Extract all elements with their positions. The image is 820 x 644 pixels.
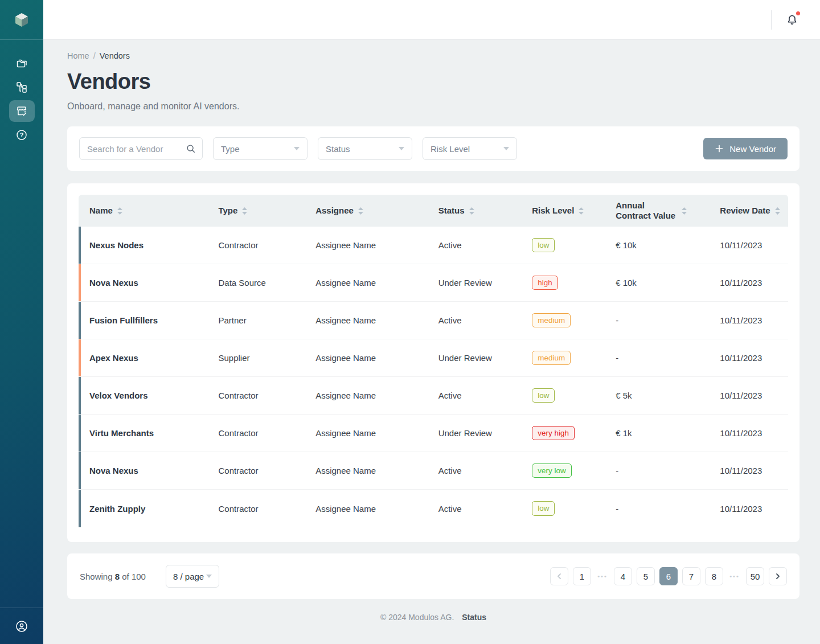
table-row[interactable]: Fusion Fullfillers Partner Assignee Name… xyxy=(79,302,788,339)
column-header-risk-level[interactable]: Risk Level xyxy=(532,206,616,216)
vendor-assignee-cell: Assignee Name xyxy=(315,466,438,475)
vendor-risk-cell: low xyxy=(532,238,616,253)
sort-icon[interactable] xyxy=(242,207,247,215)
vendor-acv-cell: € 5k xyxy=(616,391,720,400)
sort-icon[interactable] xyxy=(469,207,474,215)
vendor-name-cell[interactable]: Virtu Merchants xyxy=(79,428,218,438)
sidebar-nav: ? xyxy=(9,52,35,146)
vendor-table-card: Name Type Assignee Status Risk Level Ann… xyxy=(67,183,800,542)
new-vendor-button[interactable]: New Vendor xyxy=(703,138,788,159)
pagination-ellipsis: ••• xyxy=(728,567,741,585)
vendor-name-cell[interactable]: Apex Nexus xyxy=(79,353,218,363)
vendor-name-cell[interactable]: Fusion Fullfillers xyxy=(79,315,218,325)
vendor-search xyxy=(79,137,203,160)
vendor-risk-cell: high xyxy=(532,276,616,290)
pagination-bar: Showing 8 of 100 8 / page 1•••45678•••50 xyxy=(67,553,800,599)
sort-icon[interactable] xyxy=(579,207,584,215)
pagination-page-1[interactable]: 1 xyxy=(573,567,591,585)
table-row[interactable]: Apex Nexus Supplier Assignee Name Under … xyxy=(79,339,788,377)
table-row[interactable]: Zenith Zupply Contractor Assignee Name A… xyxy=(79,490,788,527)
page-subtitle: Onboard, manage and monitor AI vendors. xyxy=(67,101,800,112)
vendor-name-cell[interactable]: Velox Vendors xyxy=(79,391,218,400)
column-header-assignee[interactable]: Assignee xyxy=(315,206,438,216)
vendor-acv-cell: € 10k xyxy=(616,278,720,288)
chevron-left-icon xyxy=(556,573,563,580)
showing-count: 8 xyxy=(115,572,120,581)
vendor-assignee-cell: Assignee Name xyxy=(315,278,438,288)
workflow-icon xyxy=(15,81,28,93)
vendor-assignee-cell: Assignee Name xyxy=(315,240,438,250)
row-accent-bar xyxy=(79,227,81,264)
chevron-down-icon xyxy=(399,147,404,150)
pagination-page-8[interactable]: 8 xyxy=(705,567,723,585)
row-accent-bar xyxy=(79,490,81,527)
row-accent-bar xyxy=(79,452,81,489)
pagination-page-7[interactable]: 7 xyxy=(682,567,700,585)
status-filter-select[interactable]: Status xyxy=(318,137,412,160)
vendor-review-date-cell: 10/11/2023 xyxy=(720,240,788,250)
filter-bar: Type Status Risk Level New Vendor xyxy=(67,126,800,171)
risk-badge: very low xyxy=(532,463,572,478)
row-accent-bar xyxy=(79,302,81,339)
breadcrumb-home-link[interactable]: Home xyxy=(67,51,89,60)
sort-icon[interactable] xyxy=(682,207,687,215)
sort-icon[interactable] xyxy=(358,207,363,215)
vendor-name-cell[interactable]: Nova Nexus xyxy=(79,278,218,288)
notifications-button[interactable] xyxy=(784,11,801,28)
table-row[interactable]: Nova Nexus Data Source Assignee Name Und… xyxy=(79,264,788,302)
sidebar-item-vendors[interactable] xyxy=(9,100,35,122)
table-row[interactable]: Nexus Nodes Contractor Assignee Name Act… xyxy=(79,227,788,264)
type-filter-select[interactable]: Type xyxy=(213,137,308,160)
table-row[interactable]: Virtu Merchants Contractor Assignee Name… xyxy=(79,415,788,452)
risk-badge: low xyxy=(532,238,555,253)
topbar xyxy=(43,0,820,40)
sort-icon[interactable] xyxy=(117,207,122,215)
previous-page-button[interactable] xyxy=(550,567,568,585)
risk-filter-select[interactable]: Risk Level xyxy=(423,137,517,160)
search-input[interactable] xyxy=(79,137,203,160)
column-header-annual-contract-value[interactable]: Annual Contract Value xyxy=(616,200,720,221)
vendor-acv-cell: - xyxy=(616,315,720,325)
chevron-down-icon xyxy=(503,147,509,150)
page-size-label: 8 / page xyxy=(173,572,204,581)
topbar-divider xyxy=(771,10,772,30)
column-header-review-date[interactable]: Review Date xyxy=(720,206,788,216)
sidebar-item-help[interactable]: ? xyxy=(9,124,35,146)
next-page-button[interactable] xyxy=(769,567,787,585)
sidebar-item-projects[interactable] xyxy=(9,52,35,74)
column-header-type[interactable]: Type xyxy=(218,206,315,216)
type-filter-label: Type xyxy=(221,144,240,154)
vendor-name-cell[interactable]: Nova Nexus xyxy=(79,466,218,475)
plus-icon xyxy=(715,144,724,153)
vendor-status-cell: Active xyxy=(438,466,532,475)
sort-icon[interactable] xyxy=(775,207,780,215)
vendor-status-cell: Under Review xyxy=(438,353,532,363)
vendor-name-cell[interactable]: Zenith Zupply xyxy=(79,504,218,514)
table-row[interactable]: Nova Nexus Contractor Assignee Name Acti… xyxy=(79,452,788,490)
breadcrumb-current: Vendors xyxy=(100,51,130,60)
cube-logo-icon xyxy=(13,11,30,28)
vendor-status-cell: Under Review xyxy=(438,428,532,438)
status-filter-label: Status xyxy=(326,144,350,154)
pagination-page-4[interactable]: 4 xyxy=(614,567,632,585)
vendor-type-cell: Contractor xyxy=(218,428,315,438)
account-button[interactable] xyxy=(9,616,35,637)
page-size-select[interactable]: 8 / page xyxy=(166,565,219,588)
sidebar-account-area xyxy=(0,608,43,644)
pagination-page-5[interactable]: 5 xyxy=(637,567,655,585)
pagination-controls: 1•••45678•••50 xyxy=(550,567,787,585)
chevron-right-icon xyxy=(774,573,781,580)
table-row[interactable]: Velox Vendors Contractor Assignee Name A… xyxy=(79,377,788,415)
status-link[interactable]: Status xyxy=(462,613,486,622)
vendor-risk-cell: very high xyxy=(532,426,616,441)
pagination-page-50[interactable]: 50 xyxy=(746,567,764,585)
vendor-status-cell: Active xyxy=(438,391,532,400)
vendor-name-cell[interactable]: Nexus Nodes xyxy=(79,240,218,250)
column-header-status[interactable]: Status xyxy=(438,206,532,216)
column-header-name[interactable]: Name xyxy=(79,206,218,216)
sidebar-item-workflows[interactable] xyxy=(9,76,35,98)
risk-badge: medium xyxy=(532,351,571,366)
app-logo[interactable] xyxy=(0,0,43,40)
vendor-type-cell: Contractor xyxy=(218,391,315,400)
pagination-page-6-active[interactable]: 6 xyxy=(659,567,678,585)
